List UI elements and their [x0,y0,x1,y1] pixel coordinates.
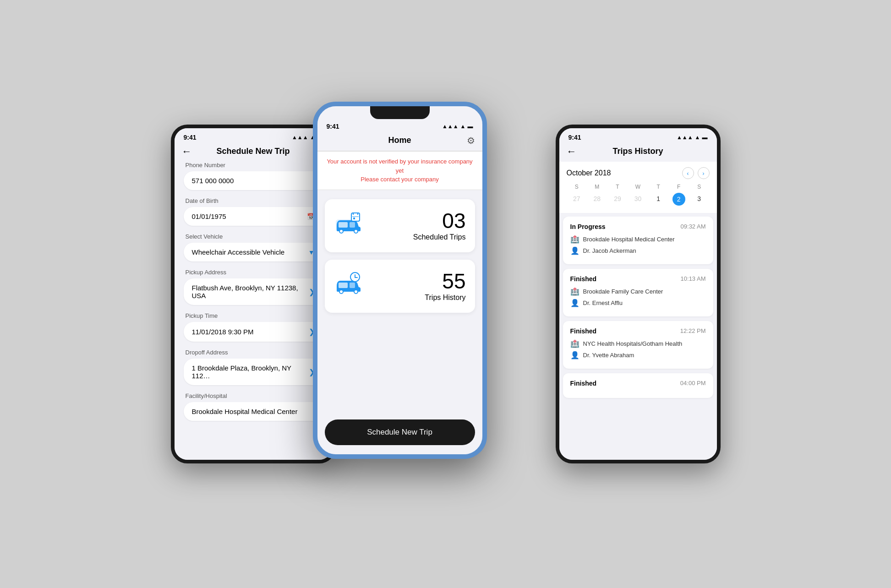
trip-status-2: Finished [570,275,597,283]
trip-detail-hospital-1: 🏥 Brookdale Hospital Medical Center [570,235,706,244]
field-dropoff-address: Dropoff Address 1 Brookdale Plaza, Brook… [184,349,323,385]
svg-rect-3 [339,222,348,228]
signal-icon-right: ▲▲▲ [677,134,693,141]
svg-point-1 [339,229,343,233]
svg-rect-5 [351,213,360,221]
label-facility: Facility/Hospital [184,392,323,399]
input-dropoff-address[interactable]: 1 Brookdale Plaza, Brooklyn, NY 112… ❯ [184,359,323,385]
scheduled-trips-card[interactable]: 03 Scheduled Trips [325,199,475,252]
trip-time-4: 04:00 PM [680,380,706,387]
status-bar-right: 9:41 ▲▲▲ ▲ ▬ [559,128,717,143]
calendar-month: October 2018 [567,169,611,177]
schedule-new-trip-button[interactable]: Schedule New Trip [325,419,475,445]
field-pickup-time: Pickup Time 11/01/2018 9:30 PM ❯ [184,312,323,342]
field-phone: Phone Number 571 000 0000 [184,162,323,190]
page-title-center: Home [388,136,411,145]
nav-bar-center: Home ⚙ [317,132,482,151]
trips-history-icon [334,272,363,301]
label-phone: Phone Number [184,162,323,169]
svg-point-10 [339,290,343,294]
center-phone: 9:41 ▲▲▲ ▲ ▬ Home ⚙ Your account is not … [313,102,487,459]
field-facility: Facility/Hospital Brookdale Hospital Med… [184,392,323,421]
trip-item-1[interactable]: In Progress 09:32 AM 🏥 Brookdale Hospita… [563,217,713,264]
hospital-icon-1: 🏥 [570,235,579,244]
cal-day-3[interactable]: 3 [689,193,710,206]
svg-rect-9 [353,218,355,219]
left-phone: 9:41 ▲▲▲ ▲ ▬ ← Schedule New Trip Phone N… [171,125,336,463]
calendar-next-button[interactable]: › [698,167,710,179]
wifi-icon-center: ▲ [460,123,466,130]
right-phone: 9:41 ▲▲▲ ▲ ▬ ← Trips History October 201… [556,125,721,463]
svg-point-11 [354,290,358,294]
hospital-name-3: NYC Health Hospitals/Gotham Health [583,340,683,347]
scheduled-trips-info: 03 Scheduled Trips [413,210,466,241]
cal-day-1[interactable]: 1 [648,193,669,206]
status-icons-center: ▲▲▲ ▲ ▬ [442,123,473,130]
status-icons-right: ▲▲▲ ▲ ▬ [677,134,708,141]
cal-day-28[interactable]: 28 [587,193,607,206]
label-pickup-time: Pickup Time [184,312,323,319]
back-button-left[interactable]: ← [182,146,192,158]
hospital-name-1: Brookdale Hospital Medical Center [583,236,675,243]
doctor-name-1: Dr. Jacob Ackerman [583,247,636,254]
trip-header-4: Finished 04:00 PM [570,380,706,387]
calendar-section: October 2018 ‹ › S M T W T F S 27 [559,162,717,213]
cal-day-30[interactable]: 30 [628,193,648,206]
trip-header-1: In Progress 09:32 AM [570,223,706,230]
input-facility[interactable]: Brookdale Hospital Medical Center [184,402,323,421]
status-bar-left: 9:41 ▲▲▲ ▲ ▬ [175,128,332,143]
input-phone[interactable]: 571 000 0000 [184,171,323,190]
trip-item-2[interactable]: Finished 10:13 AM 🏥 Brookdale Family Car… [563,269,713,316]
trip-detail-hospital-3: 🏥 NYC Health Hospitals/Gotham Health [570,339,706,348]
time-left: 9:41 [184,134,197,141]
doctor-icon-1: 👤 [570,246,579,255]
input-dob[interactable]: 01/01/1975 📅 [184,207,323,226]
trips-history-count: 55 [425,271,465,292]
doctor-name-3: Dr. Yvette Abraham [583,352,634,359]
calendar-prev-button[interactable]: ‹ [682,167,694,179]
input-vehicle[interactable]: Wheelchair Accessible Vehicle ▼ [184,243,323,261]
history-screen: 9:41 ▲▲▲ ▲ ▬ ← Trips History October 201… [559,128,717,460]
doctor-icon-3: 👤 [570,351,579,359]
svg-rect-12 [339,283,348,288]
schedule-screen: 9:41 ▲▲▲ ▲ ▬ ← Schedule New Trip Phone N… [175,128,332,460]
cal-day-27[interactable]: 27 [567,193,587,206]
signal-icon-center: ▲▲▲ [442,123,459,130]
page-title-right: Trips History [612,147,663,156]
trip-item-3[interactable]: Finished 12:22 PM 🏥 NYC Health Hospitals… [563,321,713,369]
input-pickup-time[interactable]: 11/01/2018 9:30 PM ❯ [184,322,323,342]
trip-time-1: 09:32 AM [681,223,706,230]
hospital-icon-2: 🏥 [570,287,579,296]
hospital-name-2: Brookdale Family Care Center [583,288,663,295]
cal-day-2-today[interactable]: 2 [672,193,685,206]
label-dob: Date of Birth [184,197,323,204]
calendar-days-header: S M T W T F S [567,184,710,190]
nav-bar-left: ← Schedule New Trip [175,143,332,162]
calendar-header: October 2018 ‹ › [567,167,710,179]
cal-day-29[interactable]: 29 [607,193,628,206]
trip-header-2: Finished 10:13 AM [570,275,706,283]
nav-bar-right: ← Trips History [559,143,717,162]
trips-history-info: 55 Trips History [425,271,465,302]
trips-history-card[interactable]: 55 Trips History [325,260,475,313]
field-vehicle: Select Vehicle Wheelchair Accessible Veh… [184,233,323,261]
home-screen: 9:41 ▲▲▲ ▲ ▬ Home ⚙ Your account is not … [317,106,482,454]
label-vehicle: Select Vehicle [184,233,323,240]
time-center: 9:41 [327,123,339,130]
trip-detail-doctor-1: 👤 Dr. Jacob Ackerman [570,246,706,255]
label-dropoff-address: Dropoff Address [184,349,323,356]
alert-text: Your account is not verified by your ins… [327,157,473,184]
schedule-form: Phone Number 571 000 0000 Date of Birth … [175,162,332,460]
field-pickup-address: Pickup Address Flatbush Ave, Brooklyn, N… [184,269,323,305]
wifi-icon-right: ▲ [695,134,700,141]
doctor-name-2: Dr. Ernest Afflu [583,299,623,306]
scheduled-trips-label: Scheduled Trips [413,233,466,241]
battery-icon-center: ▬ [468,123,473,130]
trip-item-4[interactable]: Finished 04:00 PM [563,373,713,398]
settings-button[interactable]: ⚙ [467,135,475,146]
notch [370,106,430,119]
input-pickup-address[interactable]: Flatbush Ave, Brooklyn, NY 11238, USA ❯ [184,278,323,305]
back-button-right[interactable]: ← [567,146,577,158]
svg-point-2 [354,229,358,233]
trip-time-3: 12:22 PM [680,327,706,335]
